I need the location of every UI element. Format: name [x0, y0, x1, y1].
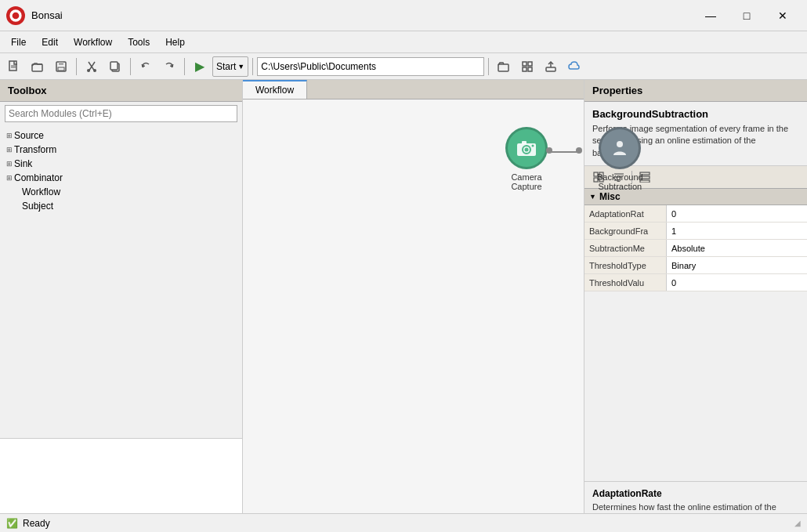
background-subtraction-label: BackgroundSubtraction	[597, 172, 643, 191]
threshold-type-name: ThresholdType	[584, 257, 667, 273]
source-label: Source	[14, 130, 44, 141]
threshold-type-value: Binary	[667, 257, 807, 273]
window-controls: — □ ✕	[693, 4, 801, 27]
toolbar-separator-5	[488, 58, 489, 75]
status-bar: ✅ Ready ◢	[0, 513, 807, 532]
props-footer-title: AdaptationRate	[592, 488, 799, 499]
combinator-expand-icon: ⊞	[6, 174, 13, 182]
props-row-adaptation-rate[interactable]: AdaptationRat 0	[584, 205, 807, 223]
menu-help[interactable]: Help	[157, 31, 193, 52]
props-row-threshold-value[interactable]: ThresholdValu 0	[584, 274, 807, 291]
svg-rect-19	[546, 67, 555, 71]
toolbox-header: Toolbox	[0, 80, 242, 102]
new-button[interactable]	[3, 56, 25, 78]
connector-port-out	[546, 147, 552, 154]
adaptation-rate-name: AdaptationRat	[584, 205, 667, 222]
redo-button[interactable]	[158, 56, 180, 78]
background-frames-name: BackgroundFra	[584, 223, 667, 239]
toolbar-separator-2	[130, 58, 131, 75]
svg-rect-14	[498, 64, 508, 71]
props-section-misc[interactable]: ▼ Misc	[584, 189, 807, 205]
svg-rect-17	[523, 67, 527, 71]
svg-rect-13	[110, 62, 118, 70]
app-logo	[6, 6, 25, 25]
misc-label: Misc	[599, 191, 621, 202]
adaptation-rate-value: 0	[667, 205, 807, 222]
app-title: Bonsai	[31, 9, 693, 21]
tree-item-sink[interactable]: ⊞ Sink	[0, 157, 242, 171]
toolbox-panel: Toolbox ⊞ Source ⊞ Transform ⊞ Sink ⊞ Co…	[0, 80, 243, 532]
status-resize-handle: ◢	[794, 519, 801, 527]
status-icon: ✅	[6, 518, 18, 529]
svg-point-11	[93, 69, 96, 72]
svg-point-10	[87, 69, 90, 72]
menu-workflow[interactable]: Workflow	[66, 31, 120, 52]
camera-capture-label: CameraCapture	[511, 172, 541, 191]
properties-title: BackgroundSubtraction	[592, 108, 799, 120]
tree-item-transform[interactable]: ⊞ Transform	[0, 143, 242, 157]
tree-item-subject[interactable]: Subject	[0, 199, 242, 213]
menu-bar: File Edit Workflow Tools Help	[0, 31, 807, 53]
open-button[interactable]	[27, 56, 49, 78]
connector-port-in	[576, 147, 582, 154]
status-text: Ready	[23, 518, 50, 529]
workflow-area: Workflow	[243, 80, 584, 532]
path-input[interactable]	[257, 57, 484, 76]
source-expand-icon: ⊞	[6, 132, 13, 139]
menu-tools[interactable]: Tools	[120, 31, 157, 52]
menu-file[interactable]: File	[3, 31, 34, 52]
folder-button[interactable]	[493, 56, 515, 78]
start-dropdown-button[interactable]: Start ▼	[212, 56, 248, 77]
toolbar-separator-4	[252, 58, 253, 75]
svg-point-27	[617, 141, 623, 147]
transform-label: Transform	[14, 144, 56, 155]
node-camera-capture[interactable]: CameraCapture	[505, 127, 548, 191]
toolbar: ▶ Start ▼	[0, 53, 807, 80]
person-icon	[610, 138, 630, 158]
undo-button[interactable]	[135, 56, 157, 78]
misc-collapse-icon: ▼	[589, 193, 596, 201]
sink-label: Sink	[14, 158, 32, 169]
copy-button[interactable]	[104, 56, 126, 78]
svg-point-24	[525, 148, 529, 152]
menu-edit[interactable]: Edit	[34, 31, 66, 52]
search-input[interactable]	[5, 105, 237, 122]
threshold-value-value: 0	[667, 274, 807, 291]
svg-rect-15	[523, 62, 527, 66]
toolbox-tree: ⊞ Source ⊞ Transform ⊞ Sink ⊞ Combinator…	[0, 125, 242, 438]
workflow-tab[interactable]: Workflow	[243, 80, 307, 99]
cut-button[interactable]	[81, 56, 103, 78]
close-button[interactable]: ✕	[765, 4, 801, 27]
svg-point-26	[532, 145, 534, 147]
cloud-button[interactable]	[563, 56, 585, 78]
props-row-background-frames[interactable]: BackgroundFra 1	[584, 223, 807, 240]
tree-item-workflow[interactable]: Workflow	[0, 185, 242, 199]
threshold-value-name: ThresholdValu	[584, 274, 667, 291]
export-button[interactable]	[540, 56, 562, 78]
minimize-button[interactable]: —	[693, 4, 729, 27]
tree-item-source[interactable]: ⊞ Source	[0, 128, 242, 143]
background-frames-value: 1	[667, 223, 807, 239]
tree-item-combinator[interactable]: ⊞ Combinator	[0, 171, 242, 185]
toolbar-separator-1	[76, 58, 77, 75]
main-content: Toolbox ⊞ Source ⊞ Transform ⊞ Sink ⊞ Co…	[0, 80, 807, 532]
props-row-subtraction-method[interactable]: SubtractionMe Absolute	[584, 240, 807, 257]
workflow-canvas[interactable]: CameraCapture BackgroundSubtra	[243, 100, 584, 532]
combinator-label: Combinator	[14, 172, 63, 183]
transform-expand-icon: ⊞	[6, 146, 13, 154]
subject-label: Subject	[22, 201, 53, 212]
run-button[interactable]: ▶	[189, 56, 211, 78]
svg-rect-8	[59, 62, 63, 65]
svg-rect-6	[32, 64, 42, 71]
node-background-subtraction[interactable]: BackgroundSubtraction	[597, 127, 643, 191]
save-button[interactable]	[50, 56, 72, 78]
svg-rect-25	[522, 141, 527, 144]
properties-grid: ▼ Misc AdaptationRat 0 BackgroundFra 1 S…	[584, 189, 807, 481]
maximize-button[interactable]: □	[729, 4, 765, 27]
props-row-threshold-type[interactable]: ThresholdType Binary	[584, 257, 807, 274]
subtraction-method-value: Absolute	[667, 240, 807, 256]
camera-capture-circle	[505, 127, 548, 169]
settings-button[interactable]	[516, 56, 538, 78]
workflow-tab-bar: Workflow	[243, 80, 584, 100]
search-box	[0, 102, 242, 125]
